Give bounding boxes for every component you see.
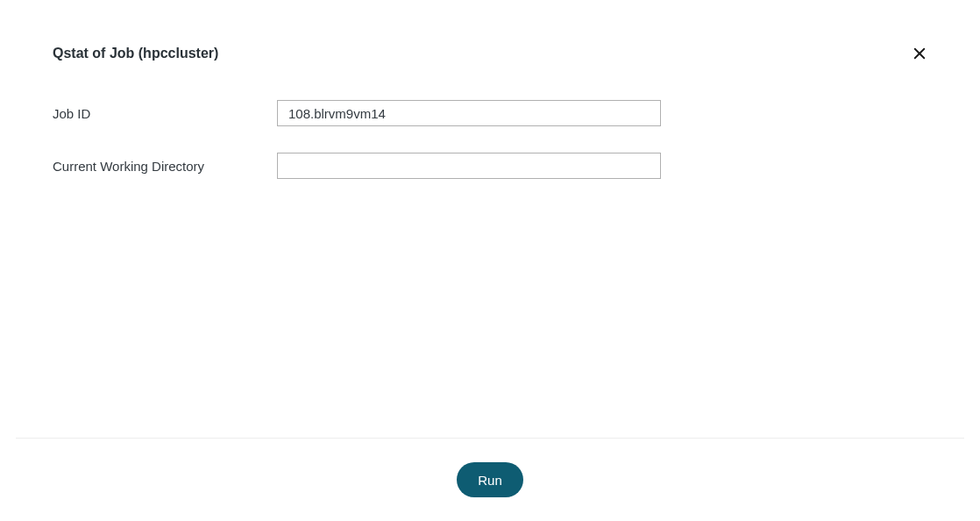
form-area: Job ID Current Working Directory: [0, 65, 980, 179]
footer-bar: Run: [0, 439, 980, 521]
close-icon: [912, 46, 927, 61]
close-button[interactable]: [908, 42, 931, 65]
job-id-input[interactable]: [277, 100, 661, 126]
dialog-title: Qstat of Job (hpccluster): [53, 46, 218, 61]
cwd-label: Current Working Directory: [53, 159, 277, 174]
form-row-cwd: Current Working Directory: [53, 153, 927, 179]
dialog-header: Qstat of Job (hpccluster): [0, 0, 980, 65]
form-row-job-id: Job ID: [53, 100, 927, 126]
job-id-label: Job ID: [53, 106, 277, 121]
run-button[interactable]: Run: [457, 462, 523, 497]
cwd-input[interactable]: [277, 153, 661, 179]
